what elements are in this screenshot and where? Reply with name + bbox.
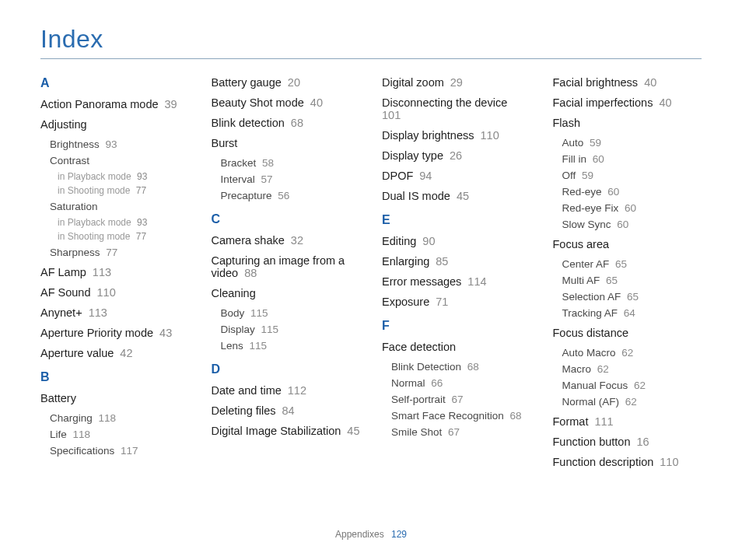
entry-text: Off [562, 170, 576, 181]
entry-page: 101 [382, 109, 401, 121]
entry-text: Normal (AF) [562, 396, 620, 408]
entry-text: Red-eye Fix [562, 202, 619, 214]
entry-text: Contrast [50, 155, 89, 166]
index-subentry: Brightness 93 [50, 138, 190, 150]
index-entry: AF Sound 110 [40, 286, 190, 299]
entry-page: 71 [432, 296, 448, 308]
entry-page: 26 [446, 149, 462, 162]
entry-page: 42 [117, 347, 132, 359]
entry-page: 45 [453, 190, 469, 202]
index-sub-heading: Adjusting [40, 118, 190, 131]
index-subentry: Fill in 60 [562, 153, 702, 165]
index-subsubentry: in Shooting mode 77 [58, 185, 190, 196]
index-entry: Disconnecting the device 101 [382, 96, 531, 121]
entry-text: Saturation [50, 201, 98, 212]
index-entry: Format 111 [553, 415, 702, 428]
index-subentry: Charging 118 [50, 412, 190, 424]
entry-text: Digital Image Stabilization [212, 425, 341, 437]
index-entry: Digital zoom 29 [382, 76, 531, 89]
index-subentry: Body 115 [221, 307, 361, 319]
entry-page: 43 [156, 327, 172, 339]
entry-text: Display [221, 324, 255, 335]
entry-text: Slow Sync [562, 219, 611, 230]
entry-text: Brightness [50, 138, 100, 150]
entry-text: Auto Macro [562, 347, 616, 359]
entry-page: 40 [641, 76, 656, 89]
entry-page: 93 [103, 138, 117, 150]
entry-page: 57 [258, 173, 273, 185]
entry-page: 39 [162, 98, 177, 110]
index-entry: Digital Image Stabilization 45 [212, 425, 361, 437]
entry-page: 68 [288, 117, 303, 129]
entry-text: Multi AF [562, 275, 600, 286]
entry-page: 67 [449, 394, 464, 405]
entry-page: 56 [275, 190, 290, 201]
entry-text: Self-portrait [391, 394, 446, 405]
entry-page: 77 [133, 231, 146, 242]
entry-text: Body [221, 307, 245, 319]
entry-text: Function button [553, 436, 631, 448]
index-entry: Battery gauge 20 [212, 76, 361, 89]
index-sub-heading: Burst [212, 137, 361, 149]
index-subentry: Red-eye Fix 60 [562, 202, 702, 214]
entry-page: 67 [445, 426, 460, 438]
entry-text: Editing [382, 235, 416, 247]
index-subentry: Macro 62 [562, 363, 702, 375]
entry-page: 113 [89, 266, 111, 278]
index-subentry: Lens 115 [221, 340, 361, 352]
index-subentry: Sharpness 77 [50, 247, 190, 258]
index-entry: Camera shake 32 [212, 234, 361, 247]
entry-page: 60 [590, 153, 604, 165]
entry-text: Smart Face Recognition [391, 410, 504, 422]
index-section-letter: E [382, 213, 531, 227]
index-entry: Function description 110 [553, 456, 702, 468]
index-subentry: Slow Sync 60 [562, 219, 702, 230]
index-subsubentry: in Shooting mode 77 [58, 231, 190, 242]
entry-text: in Playback mode [58, 217, 131, 228]
index-subentry: Off 59 [562, 170, 702, 181]
entry-text: Charging [50, 412, 93, 424]
entry-text: Display type [382, 149, 443, 162]
entry-page: 111 [591, 415, 613, 428]
entry-page: 93 [135, 217, 148, 228]
index-entry: Aperture Priority mode 43 [40, 327, 190, 339]
entry-page: 40 [307, 96, 323, 109]
index-subentry: Smile Shot 67 [391, 426, 531, 438]
entry-text: Digital zoom [382, 76, 444, 89]
entry-text: Auto [562, 137, 584, 149]
entry-text: in Shooting mode [58, 231, 130, 242]
entry-text: AF Lamp [40, 266, 86, 278]
index-section-letter: D [212, 362, 361, 376]
entry-text: Aperture Priority mode [40, 327, 153, 339]
entry-text: Display brightness [382, 129, 474, 142]
index-sub-heading: Focus area [553, 238, 702, 250]
entry-text: Tracking AF [562, 307, 618, 319]
index-subentry: Multi AF 65 [562, 275, 702, 286]
entry-text: Manual Focus [562, 380, 628, 391]
index-entry: Exposure 71 [382, 296, 531, 308]
entry-text: Facial brightness [553, 76, 639, 89]
entry-text: Selection AF [562, 291, 621, 303]
entry-text: Format [553, 415, 589, 428]
index-entry: Deleting files 84 [212, 404, 361, 417]
index-section-letter: B [40, 370, 190, 384]
index-entry: Blink detection 68 [212, 117, 361, 129]
index-subentry: Self-portrait 67 [391, 394, 531, 405]
index-columns: AAction Panorama mode 39AdjustingBrightn… [40, 73, 702, 476]
index-entry: Dual IS mode 45 [382, 190, 531, 202]
index-entry: Error messages 114 [382, 275, 531, 288]
entry-text: Specifications [50, 445, 114, 457]
entry-page: 113 [86, 306, 107, 319]
entry-text: Bracket [221, 157, 257, 169]
entry-page: 118 [70, 429, 90, 440]
entry-text: Date and time [212, 384, 282, 397]
entry-page: 62 [594, 363, 609, 375]
entry-page: 88 [241, 267, 257, 279]
index-subentry: Center AF 65 [562, 258, 702, 270]
entry-text: Macro [562, 363, 592, 375]
entry-text: AF Sound [40, 286, 91, 299]
index-subentry: Auto 59 [562, 137, 702, 149]
index-column: Battery gauge 20Beauty Shot mode 40Blink… [212, 73, 361, 476]
entry-text: Normal [391, 377, 425, 389]
index-subentry: Manual Focus 62 [562, 380, 702, 391]
